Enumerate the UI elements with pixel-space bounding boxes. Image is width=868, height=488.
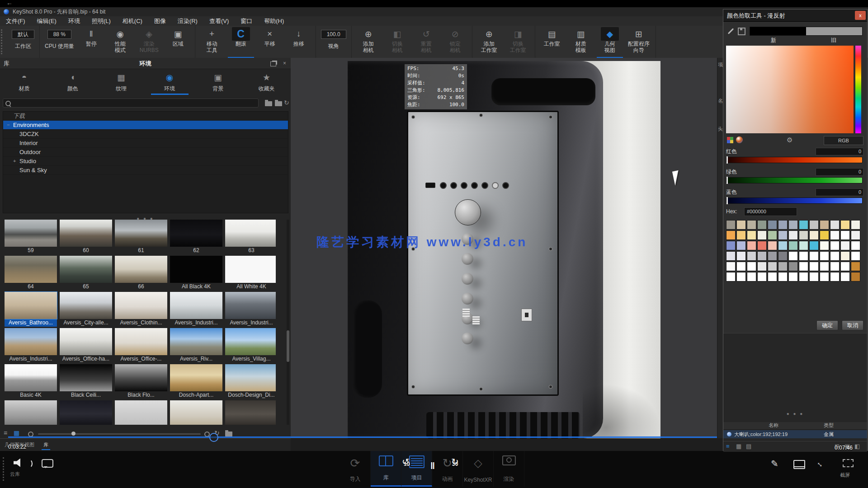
video-progress-knob[interactable]: [209, 433, 218, 442]
toolbar-button[interactable]: ▤ 工作室: [538, 26, 566, 58]
color-swatch[interactable]: [820, 230, 829, 240]
environment-thumbnail[interactable]: 59: [5, 220, 57, 255]
color-swatch[interactable]: [840, 262, 850, 271]
ribbon-tile[interactable]: 渲染: [494, 451, 524, 487]
menu-item[interactable]: 照明(L): [86, 16, 117, 26]
color-picker-title-bar[interactable]: 颜色拾取工具 - 漫反射 x: [723, 9, 867, 22]
toolbar-button[interactable]: × 平移: [255, 26, 284, 58]
color-swatch[interactable]: [736, 251, 746, 261]
color-swatch[interactable]: [820, 262, 829, 271]
color-swatch[interactable]: [820, 272, 829, 282]
menu-item[interactable]: 环境: [62, 16, 86, 26]
eyedropper-icon[interactable]: [727, 28, 734, 35]
toolbar-button[interactable]: ⊕ 添加 工作室: [475, 26, 504, 58]
color-swatch[interactable]: [778, 262, 788, 271]
color-swatch[interactable]: [820, 220, 829, 230]
toolbar-button[interactable]: ◨ 切换 工作室: [504, 26, 533, 58]
color-swatch[interactable]: [768, 262, 777, 271]
toolbar-button[interactable]: ⊞ 配置程序 向导: [624, 26, 653, 58]
toolbar-button[interactable]: ◈ 渲染 NURBS: [135, 26, 164, 58]
toolbar-button[interactable]: ◆ 几何 视图: [595, 26, 624, 58]
slider-bar[interactable]: [726, 177, 863, 183]
color-swatch[interactable]: [736, 220, 746, 230]
color-swatch[interactable]: [840, 230, 850, 240]
toolbar-button[interactable]: ↓ 推移: [284, 26, 313, 58]
color-swatch[interactable]: [851, 241, 860, 250]
color-swatch[interactable]: [757, 230, 767, 240]
toolbar-button[interactable]: ↺ 重置 相机: [412, 26, 441, 58]
tree-item[interactable]: + Studio: [3, 157, 288, 166]
slider-bar[interactable]: [726, 157, 863, 163]
ribbon-tile[interactable]: 库: [371, 451, 401, 487]
library-tab[interactable]: ▣ 背景: [194, 70, 242, 95]
color-swatch[interactable]: [788, 220, 798, 230]
tree-expander-icon[interactable]: +: [13, 157, 18, 165]
scrollbar-thumb[interactable]: [287, 330, 289, 362]
toolbar-button[interactable]: ◧ 切换 相机: [383, 26, 412, 58]
list-view-icon[interactable]: ≡: [4, 429, 7, 436]
environment-thumbnail[interactable]: Aversis_Industri...: [5, 328, 57, 363]
color-swatch[interactable]: [788, 241, 798, 250]
color-swatch[interactable]: [851, 251, 860, 261]
tool-icon[interactable]: ◧: [854, 443, 860, 450]
color-swatch[interactable]: [809, 241, 819, 250]
menu-item[interactable]: 文件(F): [0, 16, 31, 26]
ok-button[interactable]: 确定: [816, 320, 838, 330]
exit-fullscreen-icon[interactable]: ↔: [814, 458, 827, 470]
color-swatch[interactable]: [736, 272, 746, 282]
color-swatch[interactable]: [799, 230, 808, 240]
color-swatch[interactable]: [799, 272, 808, 282]
color-swatch[interactable]: [799, 220, 808, 230]
environment-thumbnail[interactable]: 63: [225, 220, 276, 255]
environment-thumbnail[interactable]: Dosch-Apart...: [170, 364, 222, 399]
thumbnail-scrollbar[interactable]: [287, 220, 289, 425]
library-tab[interactable]: ◉ 环境: [146, 70, 194, 95]
tree-item[interactable]: Interior: [3, 139, 288, 148]
tree-item[interactable]: Sun & Sky: [3, 166, 288, 175]
color-swatch[interactable]: [736, 262, 746, 271]
color-swatch[interactable]: [726, 272, 736, 282]
color-swatch[interactable]: [788, 262, 798, 271]
environment-thumbnail[interactable]: Black Ceili...: [60, 364, 112, 399]
environment-thumbnail[interactable]: Aversis_Clothin...: [115, 292, 167, 327]
color-swatch[interactable]: [757, 220, 767, 230]
hue-strip[interactable]: [855, 46, 861, 133]
color-swatch[interactable]: [726, 262, 736, 271]
color-swatch[interactable]: [768, 251, 777, 261]
color-swatch[interactable]: [747, 262, 756, 271]
menu-item[interactable]: 帮助(H): [258, 16, 290, 26]
fov-value[interactable]: 100.0: [321, 30, 346, 39]
palette-icon[interactable]: [727, 137, 733, 143]
environment-thumbnail[interactable]: All Black 4K: [170, 256, 222, 291]
color-swatch[interactable]: [851, 230, 860, 240]
environment-thumbnail[interactable]: Aversis_Industri...: [225, 292, 276, 327]
grid-view-icon[interactable]: ▦: [736, 443, 741, 450]
environment-thumbnail[interactable]: [60, 400, 112, 425]
list-view-icon[interactable]: ≡: [726, 443, 730, 450]
grid-view-icon[interactable]: ▦: [14, 429, 19, 436]
gear-icon[interactable]: ⚙: [787, 136, 793, 144]
menu-item[interactable]: 编辑(E): [31, 16, 62, 26]
folder-icon[interactable]: [275, 101, 282, 106]
color-swatch[interactable]: [809, 230, 819, 240]
color-swatch[interactable]: [768, 230, 777, 240]
color-swatch[interactable]: [840, 220, 850, 230]
environment-thumbnail[interactable]: 65: [60, 256, 112, 291]
environment-thumbnail[interactable]: Aversis_Bathroo...: [5, 292, 57, 327]
color-swatch[interactable]: [809, 272, 819, 282]
environment-thumbnail[interactable]: Aversis_Office-...: [115, 328, 167, 363]
video-progress-bar[interactable]: [8, 436, 717, 438]
hex-value-input[interactable]: #000000: [744, 207, 797, 216]
color-swatch[interactable]: [747, 272, 756, 282]
add-folder-icon[interactable]: [225, 432, 232, 436]
color-swatch[interactable]: [799, 251, 808, 261]
toolbar-button[interactable]: ⊘ 锁定 相机: [441, 26, 470, 58]
thumbnail-size-slider[interactable]: [38, 433, 201, 435]
library-tab[interactable]: ◓ 材质: [0, 70, 48, 95]
environment-thumbnail[interactable]: Aversis_Villag...: [225, 328, 276, 363]
toolbar-button[interactable]: + 移动 工具: [198, 26, 226, 58]
color-swatch[interactable]: [788, 272, 798, 282]
color-swatch[interactable]: [736, 241, 746, 250]
annotate-pencil-icon[interactable]: ✎: [771, 458, 778, 469]
environment-thumbnail[interactable]: 62: [170, 220, 222, 255]
